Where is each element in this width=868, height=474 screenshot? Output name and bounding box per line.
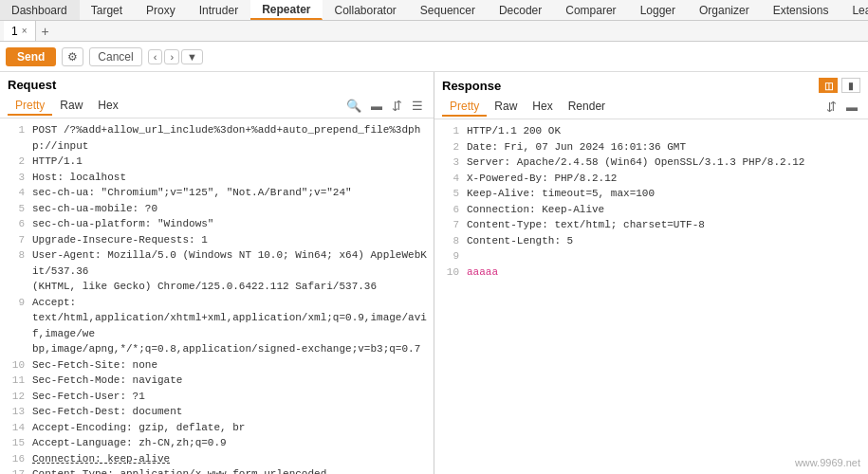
line-content: Content-Length: 5 xyxy=(467,233,573,249)
menu-icon[interactable]: ☰ xyxy=(409,98,426,114)
nav-intruder[interactable]: Intruder xyxy=(188,0,250,20)
line-number: 3 xyxy=(4,170,25,186)
main-content: Request Pretty Raw Hex 🔍 ▬ ⇵ ☰ 1POST /?%… xyxy=(0,72,868,474)
nav-learn[interactable]: Learn xyxy=(840,0,868,20)
line-content: User-Agent: Mozilla/5.0 (Windows NT 10.0… xyxy=(32,247,430,279)
tab-add-button[interactable]: + xyxy=(36,24,55,39)
expand-icon[interactable]: ⇵ xyxy=(389,98,405,114)
request-line: 15Accept-Language: zh-CN,zh;q=0.9 xyxy=(0,435,434,451)
request-tab-hex[interactable]: Hex xyxy=(90,97,125,116)
send-button[interactable]: Send xyxy=(6,47,56,66)
nav-dashboard[interactable]: Dashboard xyxy=(0,0,80,20)
response-tab-raw[interactable]: Raw xyxy=(487,98,525,117)
request-line: 3Host: localhost xyxy=(0,170,434,186)
nav-decoder[interactable]: Decoder xyxy=(488,0,554,20)
line-number: 8 xyxy=(438,233,459,249)
line-number xyxy=(4,341,25,357)
nav-repeater[interactable]: Repeater xyxy=(250,0,323,20)
response-sub-tabs: Pretty Raw Hex Render ⇵ ▬ xyxy=(434,95,868,119)
request-line: 16Connection: keep-alive xyxy=(0,451,434,467)
line-number: 6 xyxy=(438,202,459,218)
response-wrap-icon[interactable]: ▬ xyxy=(843,100,860,115)
response-line: 1HTTP/1.1 200 OK xyxy=(434,123,868,139)
request-code-area[interactable]: 1POST /?%add+allow_url_include%3don+%add… xyxy=(0,118,434,474)
line-content: sec-ch-ua-platform: "Windows" xyxy=(32,216,213,232)
line-number: 4 xyxy=(4,185,25,201)
response-line: 10aaaaa xyxy=(434,264,868,281)
nav-back-button[interactable]: ‹ xyxy=(148,49,163,64)
line-content: POST /?%add+allow_url_include%3don+%add+… xyxy=(32,122,430,154)
nav-extensions[interactable]: Extensions xyxy=(762,0,841,20)
line-number: 5 xyxy=(4,201,25,217)
response-line: 4X-Powered-By: PHP/8.2.12 xyxy=(434,171,868,187)
request-panel: Request Pretty Raw Hex 🔍 ▬ ⇵ ☰ 1POST /?%… xyxy=(0,72,434,474)
nav-target[interactable]: Target xyxy=(80,0,135,20)
response-view-icons: ◫ ▮ xyxy=(819,78,860,93)
line-content: Upgrade-Insecure-Requests: 1 xyxy=(32,232,208,248)
line-content: text/html,application/xhtml+xml,applicat… xyxy=(32,310,430,341)
response-tab-hex[interactable]: Hex xyxy=(525,98,560,117)
line-content: bp,image/apng,*/*;q=0.8,application/sign… xyxy=(32,341,420,357)
line-content: Sec-Fetch-User: ?1 xyxy=(32,389,145,405)
gear-button[interactable]: ⚙ xyxy=(62,47,83,66)
response-code-area[interactable]: 1HTTP/1.1 200 OK2Date: Fri, 07 Jun 2024 … xyxy=(434,119,868,474)
line-number xyxy=(4,310,25,341)
request-line: bp,image/apng,*/*;q=0.8,application/sign… xyxy=(0,341,434,357)
line-number: 11 xyxy=(4,373,25,389)
split-view-icon[interactable]: ◫ xyxy=(819,78,838,93)
line-number: 9 xyxy=(4,295,25,311)
line-content: (KHTML, like Gecko) Chrome/125.0.6422.11… xyxy=(32,279,377,295)
request-tab-pretty[interactable]: Pretty xyxy=(8,97,52,116)
request-line: 1POST /?%add+allow_url_include%3don+%add… xyxy=(0,122,434,154)
single-view-icon[interactable]: ▮ xyxy=(841,78,860,93)
line-content: Date: Fri, 07 Jun 2024 16:01:36 GMT xyxy=(467,139,686,155)
cancel-button[interactable]: Cancel xyxy=(89,47,141,66)
nav-comparer[interactable]: Comparer xyxy=(554,0,628,20)
line-content: Host: localhost xyxy=(32,170,126,186)
line-number: 13 xyxy=(4,404,25,420)
line-content: HTTP/1.1 200 OK xyxy=(467,123,561,139)
response-title: Response xyxy=(442,79,501,93)
line-number: 9 xyxy=(438,248,459,264)
line-content: aaaaa xyxy=(467,264,498,281)
line-content: Sec-Fetch-Mode: navigate xyxy=(32,373,182,389)
line-content: X-Powered-By: PHP/8.2.12 xyxy=(467,171,617,187)
request-line: 13Sec-Fetch-Dest: document xyxy=(0,404,434,420)
line-number: 12 xyxy=(4,389,25,405)
request-line: 4sec-ch-ua: "Chromium";v="125", "Not.A/B… xyxy=(0,185,434,201)
tab-1[interactable]: 1 × xyxy=(4,21,36,41)
toolbar: Send ⚙ Cancel ‹ › ▼ xyxy=(0,42,868,72)
request-line: 9Accept: xyxy=(0,295,434,311)
line-content: Server: Apache/2.4.58 (Win64) OpenSSL/3.… xyxy=(467,155,804,171)
request-line: 6sec-ch-ua-platform: "Windows" xyxy=(0,216,434,232)
nav-organizer[interactable]: Organizer xyxy=(688,0,762,20)
nav-dropdown-button[interactable]: ▼ xyxy=(181,49,203,64)
nav-logger[interactable]: Logger xyxy=(629,0,688,20)
response-tab-pretty[interactable]: Pretty xyxy=(442,98,487,117)
line-number: 1 xyxy=(4,122,25,154)
line-number: 14 xyxy=(4,420,25,436)
line-content: Connection: keep-alive xyxy=(32,451,170,467)
line-content: HTTP/1.1 xyxy=(32,154,83,170)
line-content: Accept: xyxy=(32,295,76,311)
line-number: 4 xyxy=(438,171,459,187)
response-expand-icon[interactable]: ⇵ xyxy=(823,99,840,115)
line-content: Sec-Fetch-Site: none xyxy=(32,357,157,374)
line-number: 7 xyxy=(438,217,459,233)
nav-collaborator[interactable]: Collaborator xyxy=(323,0,408,20)
request-tab-raw[interactable]: Raw xyxy=(52,97,90,116)
line-content: Accept-Encoding: gzip, deflate, br xyxy=(32,420,245,436)
search-icon[interactable]: 🔍 xyxy=(343,98,364,114)
line-content: Content-Type: text/html; charset=UTF-8 xyxy=(467,217,705,233)
response-toolbar-icons: ⇵ ▬ xyxy=(823,99,860,115)
line-content: Connection: Keep-Alive xyxy=(467,202,604,218)
response-line: 8Content-Length: 5 xyxy=(434,233,868,249)
nav-proxy[interactable]: Proxy xyxy=(135,0,188,20)
line-number: 6 xyxy=(4,216,25,232)
response-tab-render[interactable]: Render xyxy=(561,98,613,117)
nav-sequencer[interactable]: Sequencer xyxy=(409,0,488,20)
word-wrap-icon[interactable]: ▬ xyxy=(368,99,385,114)
nav-forward-button[interactable]: › xyxy=(164,49,179,64)
line-number: 1 xyxy=(438,123,459,139)
tab-close-icon[interactable]: × xyxy=(22,26,28,36)
